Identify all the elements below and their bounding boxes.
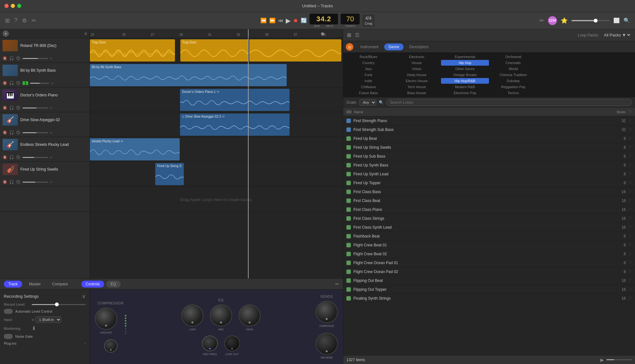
loop-favorite-icon[interactable]: ♡ (628, 243, 632, 247)
loop-item[interactable]: Flipping Out Topper 16 ♡ (343, 285, 635, 294)
smart-controls-icon[interactable]: ≡ (84, 31, 87, 36)
loop-favorite-icon[interactable]: ♡ (628, 216, 632, 221)
loop-item[interactable]: Find Strength Sub Bass 32 ♡ (343, 125, 635, 134)
track-pan-knob[interactable]: ○ (50, 180, 52, 184)
beats-column-header[interactable]: Beats (617, 110, 626, 114)
genre-item[interactable]: Chillwave (344, 84, 392, 90)
timeline-track-row[interactable]: Doctor's Orders Piano.1 ♾ (90, 88, 343, 112)
scissors-icon[interactable]: ✂ (31, 17, 36, 24)
grid-view-icon[interactable]: ⊞ (347, 32, 351, 38)
ambience-knob[interactable] (316, 301, 338, 323)
loop-item[interactable]: Fired Up Synth Lead 8 ♡ (343, 170, 635, 179)
genre-item[interactable]: Funk (344, 72, 392, 78)
loop-item[interactable]: Fired Up Synth Bass 8 ♡ (343, 161, 635, 170)
genre-item[interactable]: Indie (344, 78, 392, 84)
settings-icon[interactable]: ⚙ (22, 17, 27, 24)
loop-item[interactable]: Floating Synth Strings 16 ♡ (343, 294, 635, 303)
low-cut-knob[interactable] (224, 335, 240, 351)
reverb-knob[interactable] (316, 333, 338, 355)
loop-favorite-icon[interactable]: ♡ (628, 287, 632, 292)
headphones-icon[interactable]: 🎧 (9, 56, 14, 61)
loop-favorite-icon[interactable]: ♡ (628, 190, 632, 194)
track-pan-knob[interactable]: ○ (50, 130, 52, 135)
genre-item-hiphoprb[interactable]: Hip Hop/R&B (441, 78, 489, 84)
genre-item[interactable] (586, 90, 634, 96)
loop-item[interactable]: First Class Beat 16 ♡ (343, 196, 635, 205)
loop-list[interactable]: Find Strength Piano 32 ♡ Find Strength S… (343, 116, 635, 355)
loop-favorite-icon[interactable]: ♡ (628, 127, 632, 132)
pencil-tool-icon[interactable]: ✏ (539, 17, 544, 24)
loop-item[interactable]: Fired Up String Swells 8 ♡ (343, 143, 635, 152)
genre-item[interactable]: Cinematic (489, 60, 537, 66)
loop-favorite-icon[interactable]: ♡ (628, 252, 632, 256)
tab-eq[interactable]: EQ (106, 281, 120, 288)
genre-item[interactable] (538, 66, 585, 72)
record-level-slider[interactable] (32, 304, 86, 305)
loop-item[interactable]: Flipping Out Beat 16 ♡ (343, 276, 635, 285)
loop-favorite-icon[interactable]: ♡ (628, 234, 632, 238)
loop-favorite-icon[interactable]: ♡ (628, 181, 632, 185)
loop-favorite-icon[interactable]: ♡ (628, 270, 632, 274)
genre-item[interactable]: Bass House (393, 90, 441, 96)
genre-item[interactable]: World (489, 66, 537, 72)
input-select[interactable]: 1 (Built-in (36, 316, 61, 323)
loop-favorite-icon[interactable]: ♡ (628, 207, 632, 212)
record-button[interactable]: ⏺ (293, 18, 298, 23)
genre-item[interactable]: Urban (393, 66, 441, 72)
mute-icon[interactable]: 🔇 (3, 81, 7, 85)
genre-item[interactable]: Electro House (393, 78, 441, 84)
track-pan-knob[interactable]: ○ (51, 81, 53, 85)
loop-favorite-icon[interactable]: ♡ (628, 136, 632, 141)
loop-favorite-icon[interactable]: ♡ (628, 198, 632, 203)
tab-instrument[interactable]: Instrument (356, 43, 383, 50)
audio-clip[interactable]: Fired Up String S (155, 163, 184, 185)
track-volume-fader[interactable] (23, 132, 48, 133)
star-icon[interactable]: ⭐ (561, 17, 568, 24)
timeline-track-row[interactable]: streets Plucky Lead ♾ (90, 137, 343, 162)
close-button[interactable] (4, 4, 9, 8)
headphones-icon[interactable]: 🎧 (9, 81, 14, 85)
genre-item[interactable]: Experimental (441, 54, 489, 60)
timeline-empty-row[interactable]: Drag Apple Loops here to create tracks. (90, 186, 343, 212)
loop-favorite-icon[interactable]: ♡ (628, 154, 632, 159)
audio-clip[interactable]: streets Plucky Lead ♾ (90, 138, 180, 160)
play-button[interactable]: ▶ (286, 17, 291, 24)
loop-preview-progress[interactable] (606, 359, 632, 360)
track-volume-fader[interactable] (23, 182, 48, 183)
loop-favorite-icon[interactable]: ♡ (628, 225, 632, 230)
master-volume-slider[interactable] (572, 20, 610, 21)
audio-clip[interactable]: Trap Door (90, 39, 175, 62)
tempo-display[interactable]: 70 (341, 14, 360, 24)
noise-gate-toggle[interactable] (4, 334, 13, 339)
minimize-button[interactable] (11, 4, 15, 8)
genre-item[interactable]: Tech House (393, 84, 441, 90)
tab-controls[interactable]: Controls (81, 281, 104, 288)
high-knob[interactable] (238, 304, 261, 327)
genre-item[interactable]: Country (344, 60, 392, 66)
loop-item[interactable]: First Class Piano 16 ♡ (343, 205, 635, 214)
genre-item[interactable] (538, 84, 585, 90)
maximize-button[interactable] (17, 4, 21, 8)
tab-master[interactable]: Master (25, 281, 45, 288)
monitoring-icon[interactable]: ⬇ (32, 325, 36, 331)
loop-item[interactable]: Find Strength Piano 32 ♡ (343, 116, 635, 125)
record-arm-icon[interactable]: ⚫ (16, 180, 21, 184)
mute-icon[interactable]: 🔇 (3, 130, 7, 135)
loop-favorite-icon[interactable]: ♡ (628, 261, 632, 265)
track-volume-fader[interactable] (23, 58, 48, 59)
audio-clip[interactable]: Doctor's Orders Piano.1 ♾ (180, 89, 290, 111)
genre-item[interactable] (538, 90, 585, 96)
genre-item[interactable] (586, 72, 634, 78)
plugins-row[interactable]: Plug-ins › (4, 341, 86, 345)
audio-clip[interactable]: Bit by Bit Synth Bass (90, 64, 287, 86)
genre-item[interactable]: Rock/Blues (344, 54, 392, 60)
track-pan-knob[interactable]: ○ (50, 106, 52, 110)
loop-item[interactable]: First Class Bass 16 ♡ (343, 187, 635, 196)
genre-item[interactable]: Future Bass (344, 90, 392, 96)
audio-clip[interactable]: Trap Door (180, 39, 249, 62)
genre-item[interactable] (586, 66, 634, 72)
audio-clip[interactable]: ◇ Drive Slow Arpeggio 02.3 ♾ (180, 114, 290, 136)
genre-item[interactable]: Deep House (393, 72, 441, 78)
genre-item[interactable]: Other Genre (441, 66, 489, 72)
back-button[interactable]: ⏮ (278, 18, 283, 23)
